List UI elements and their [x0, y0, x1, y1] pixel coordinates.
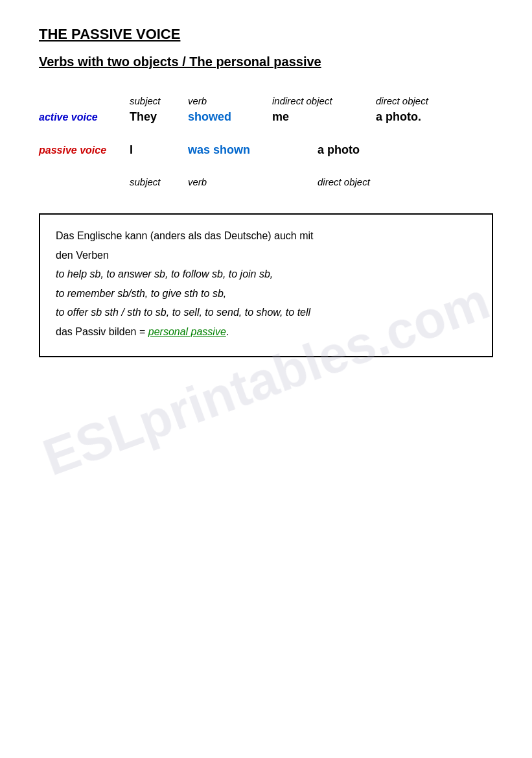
- subtitle: Verbs with two objects / The personal pa…: [39, 54, 493, 69]
- passive-direct: a photo: [318, 143, 360, 157]
- info-line6-suffix: .: [226, 326, 229, 337]
- active-direct: a photo.: [376, 110, 421, 124]
- passive-sub-verb: verb: [188, 176, 318, 187]
- passive-sub-direct: direct object: [318, 176, 370, 187]
- header-direct-object: direct object: [376, 95, 428, 106]
- personal-passive-link[interactable]: personal passive: [148, 326, 226, 337]
- grammar-table: subject verb indirect object direct obje…: [39, 95, 493, 187]
- header-subject: subject: [130, 95, 188, 106]
- info-line5: to offer sb sth / sth to sb, to sell, to…: [56, 304, 476, 321]
- header-row: subject verb indirect object direct obje…: [39, 95, 493, 106]
- info-line1: Das Englische kann (anders als das Deuts…: [56, 228, 476, 244]
- info-box: Das Englische kann (anders als das Deuts…: [39, 213, 493, 357]
- active-subject: They: [130, 110, 188, 124]
- info-line2: den Verben: [56, 247, 476, 264]
- passive-verb: was shown: [188, 143, 318, 157]
- active-indirect: me: [272, 110, 376, 124]
- header-indirect-object: indirect object: [272, 95, 376, 106]
- info-line4: to remember sb/sth, to give sth to sb,: [56, 285, 476, 302]
- passive-voice-row: passive voice I was shown a photo: [39, 143, 493, 157]
- passive-sub-labels: subject verb direct object: [39, 176, 493, 187]
- active-voice-label: active voice: [39, 112, 130, 123]
- passive-voice-label: passive voice: [39, 145, 130, 156]
- active-voice-row: active voice They showed me a photo.: [39, 110, 493, 124]
- main-title: THE PASSIVE VOICE: [39, 26, 493, 43]
- info-line6-prefix: das Passiv bilden =: [56, 326, 148, 337]
- passive-section: passive voice I was shown a photo subjec…: [39, 143, 493, 187]
- active-verb: showed: [188, 110, 272, 124]
- passive-sub-subject: subject: [130, 176, 188, 187]
- header-verb: verb: [188, 95, 272, 106]
- passive-subject: I: [130, 143, 188, 157]
- info-line3: to help sb, to answer sb, to follow sb, …: [56, 266, 476, 283]
- info-line6: das Passiv bilden = personal passive.: [56, 324, 476, 340]
